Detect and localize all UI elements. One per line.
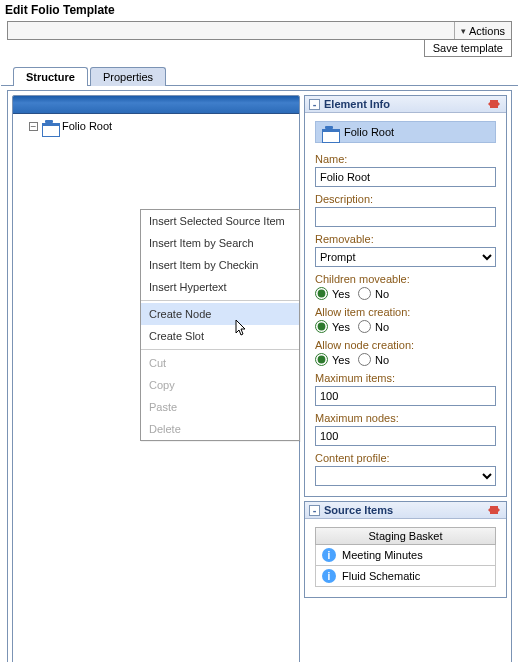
description-label: Description:	[315, 193, 496, 205]
context-menu-item[interactable]: Create Slot	[141, 325, 299, 347]
allow-node-yes[interactable]	[315, 353, 328, 366]
context-menu-item[interactable]: Create Node	[141, 303, 299, 325]
app-root: Edit Folio Template ▾ Actions Save templ…	[0, 0, 519, 662]
collapse-panel-icon[interactable]: -	[309, 505, 320, 516]
context-menu-item: Delete	[141, 418, 299, 440]
context-menu-item[interactable]: Insert Item by Checkin	[141, 254, 299, 276]
allow-item-yes[interactable]	[315, 320, 328, 333]
context-menu-item: Paste	[141, 396, 299, 418]
context-menu-item[interactable]: Insert Item by Search	[141, 232, 299, 254]
name-field[interactable]	[315, 167, 496, 187]
info-icon: i	[322, 569, 336, 583]
source-item[interactable]: iMeeting Minutes	[315, 545, 496, 566]
allow-node-label: Allow node creation:	[315, 339, 496, 351]
removable-select[interactable]: Prompt	[315, 247, 496, 267]
max-items-field[interactable]	[315, 386, 496, 406]
allow-item-label: Allow item creation:	[315, 306, 496, 318]
actions-dropdown[interactable]: ▾ Actions	[454, 22, 511, 39]
panel-title: Element Info	[324, 98, 390, 110]
tab-properties[interactable]: Properties	[90, 67, 166, 86]
tree-header	[13, 96, 299, 114]
children-moveable-label: Children moveable:	[315, 273, 496, 285]
children-moveable-yes[interactable]	[315, 287, 328, 300]
removable-label: Removable:	[315, 233, 496, 245]
element-info-panel: - Element Info Folio Root Name: Descript…	[304, 95, 507, 497]
source-items-list: iMeeting MinutesiFluid Schematic	[315, 545, 496, 587]
source-items-panel: - Source Items Staging Basket iMeeting M…	[304, 501, 507, 598]
max-items-label: Maximum items:	[315, 372, 496, 384]
actions-label: Actions	[469, 25, 505, 37]
right-column: - Element Info Folio Root Name: Descript…	[304, 95, 507, 662]
actions-bar: ▾ Actions	[7, 21, 512, 40]
folio-icon	[322, 126, 338, 138]
content-profile-label: Content profile:	[315, 452, 496, 464]
allow-item-radio: Yes No	[315, 320, 496, 333]
max-nodes-field[interactable]	[315, 426, 496, 446]
structure-tree-panel: − Folio Root Insert Selected Source Item…	[12, 95, 300, 662]
tab-structure[interactable]: Structure	[13, 67, 88, 86]
children-moveable-no[interactable]	[358, 287, 371, 300]
tree-node-folio-root[interactable]: − Folio Root	[19, 120, 293, 132]
source-item-label: Meeting Minutes	[342, 549, 423, 561]
main-area: − Folio Root Insert Selected Source Item…	[7, 90, 512, 662]
info-icon: i	[322, 548, 336, 562]
allow-item-no[interactable]	[358, 320, 371, 333]
allow-node-radio: Yes No	[315, 353, 496, 366]
tabs: Structure Properties	[7, 67, 512, 86]
source-item-label: Fluid Schematic	[342, 570, 420, 582]
folio-icon	[42, 120, 58, 132]
pin-icon[interactable]	[488, 98, 502, 110]
children-moveable-radio: Yes No	[315, 287, 496, 300]
pin-icon[interactable]	[488, 504, 502, 516]
context-menu-item[interactable]: Insert Selected Source Item	[141, 210, 299, 232]
source-item[interactable]: iFluid Schematic	[315, 566, 496, 587]
context-menu-item: Copy	[141, 374, 299, 396]
name-label: Name:	[315, 153, 496, 165]
tree-node-label: Folio Root	[62, 120, 112, 132]
window-title: Edit Folio Template	[1, 1, 518, 21]
context-menu-item[interactable]: Insert Hypertext	[141, 276, 299, 298]
element-banner: Folio Root	[315, 121, 496, 143]
max-nodes-label: Maximum nodes:	[315, 412, 496, 424]
panel-title: Source Items	[324, 504, 393, 516]
chevron-down-icon: ▾	[461, 26, 466, 36]
context-menu-item: Cut	[141, 352, 299, 374]
save-template-button[interactable]: Save template	[424, 40, 512, 57]
allow-node-no[interactable]	[358, 353, 371, 366]
description-field[interactable]	[315, 207, 496, 227]
context-menu: Insert Selected Source ItemInsert Item b…	[140, 209, 300, 441]
collapse-panel-icon[interactable]: -	[309, 99, 320, 110]
content-profile-select[interactable]	[315, 466, 496, 486]
staging-basket-header: Staging Basket	[315, 527, 496, 545]
collapse-icon[interactable]: −	[29, 122, 38, 131]
element-banner-label: Folio Root	[344, 126, 394, 138]
